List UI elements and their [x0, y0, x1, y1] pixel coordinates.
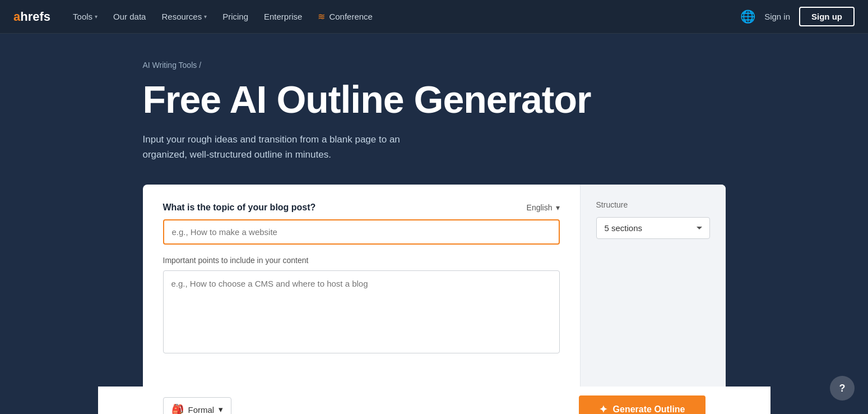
nav-enterprise[interactable]: Enterprise	[257, 7, 309, 26]
structure-panel: Structure 3 sections 4 sections 5 sectio…	[580, 185, 726, 387]
tone-icon: 🎒	[171, 403, 184, 414]
logo-rest: hrefs	[20, 10, 50, 24]
logo[interactable]: ahrefs	[13, 10, 50, 24]
chevron-down-icon: ▾	[219, 404, 223, 414]
nav-links: Tools ▾ Our data Resources ▾ Pricing Ent…	[66, 7, 740, 26]
sign-up-button[interactable]: Sign up	[799, 7, 855, 26]
nav-tools[interactable]: Tools ▾	[66, 7, 104, 26]
tone-label: Formal	[188, 405, 215, 414]
chevron-down-icon: ▾	[556, 203, 560, 212]
help-button[interactable]: ?	[830, 376, 855, 401]
structure-label: Structure	[596, 200, 710, 209]
conference-icon: ≋	[318, 11, 325, 22]
nav-resources[interactable]: Resources ▾	[155, 7, 213, 26]
form-question-label: What is the topic of your blog post?	[163, 203, 316, 213]
actions-inner: 🎒 Formal ▾ ✦ Generate Outline	[143, 387, 726, 414]
logo-a: a	[13, 10, 20, 24]
sections-select[interactable]: 3 sections 4 sections 5 sections 6 secti…	[596, 217, 710, 239]
nav-our-data[interactable]: Our data	[106, 7, 152, 26]
chevron-down-icon: ▾	[204, 13, 207, 20]
globe-icon[interactable]: 🌐	[740, 10, 755, 24]
card-container: What is the topic of your blog post? Eng…	[98, 185, 770, 387]
page-subtitle: Input your rough ideas and transition fr…	[143, 132, 412, 162]
tone-button[interactable]: 🎒 Formal ▾	[163, 397, 232, 414]
nav-right: 🌐 Sign in Sign up	[740, 7, 855, 26]
page-title: Free AI Outline Generator	[143, 79, 770, 121]
breadcrumb-separator: /	[199, 61, 201, 70]
generate-button[interactable]: ✦ Generate Outline	[579, 395, 705, 414]
sign-in-button[interactable]: Sign in	[764, 12, 790, 21]
language-label: English	[527, 203, 553, 212]
points-label: Important points to include in your cont…	[163, 256, 560, 265]
points-textarea[interactable]	[163, 270, 560, 353]
language-selector[interactable]: English ▾	[527, 203, 560, 212]
breadcrumb: AI Writing Tools /	[143, 61, 770, 70]
navbar: ahrefs Tools ▾ Our data Resources ▾ Pric…	[0, 0, 868, 34]
generate-label: Generate Outline	[613, 404, 685, 414]
sparkle-icon: ✦	[599, 403, 607, 414]
topic-input[interactable]	[163, 219, 560, 245]
form-section: What is the topic of your blog post? Eng…	[143, 185, 580, 387]
breadcrumb-link[interactable]: AI Writing Tools	[143, 61, 197, 70]
chevron-down-icon: ▾	[95, 13, 98, 20]
nav-conference[interactable]: ≋ Conference	[311, 7, 379, 26]
hero-section: AI Writing Tools / Free AI Outline Gener…	[98, 34, 770, 162]
main-card: What is the topic of your blog post? Eng…	[143, 185, 726, 387]
card-actions: 🎒 Formal ▾ ✦ Generate Outline	[98, 387, 770, 414]
nav-pricing[interactable]: Pricing	[216, 7, 255, 26]
help-label: ?	[839, 383, 846, 394]
form-top-row: What is the topic of your blog post? Eng…	[163, 203, 560, 213]
